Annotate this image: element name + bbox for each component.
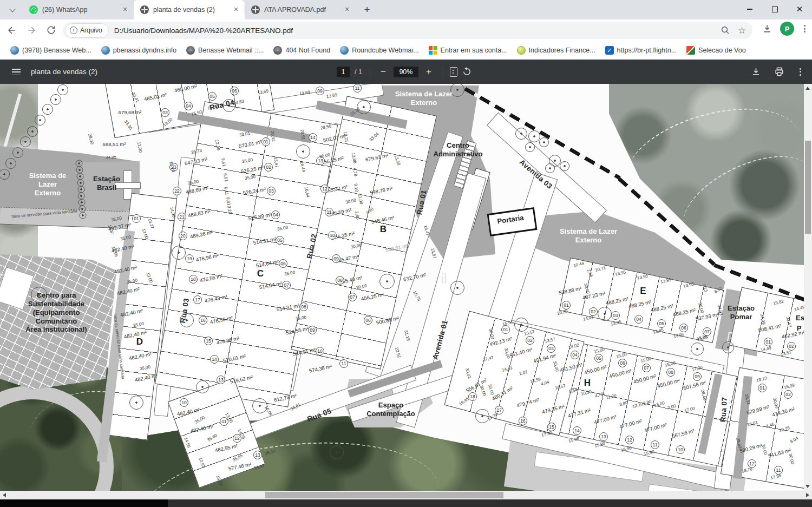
tree-marker: [27, 126, 38, 137]
url-text[interactable]: D:/Usuario/Downloads/MAPA%20-%20ARTESANO…: [114, 27, 293, 35]
pdf-page-controls: 1 / 1 − 90% +: [337, 60, 472, 84]
bookmark-globe-icon: [273, 46, 282, 55]
rotate-icon[interactable]: [462, 67, 472, 76]
tab-close-icon[interactable]: ×: [232, 5, 240, 14]
tab-1[interactable]: (26) WhatsApp×: [23, 0, 134, 19]
landmark-label: il: [441, 271, 447, 288]
pdf-toolbar-right: [751, 60, 803, 84]
chevron-down-icon: [9, 6, 15, 12]
lot-number-badge: 10: [180, 398, 188, 407]
dimension-label: 34,85: [106, 155, 116, 160]
zoom-indicator-icon[interactable]: [721, 25, 730, 35]
tab-2[interactable]: planta de vendas (2)×: [134, 0, 245, 19]
bookmark-ms-icon: [429, 46, 437, 55]
lot-number-badge: 07: [282, 281, 291, 289]
lot-number-badge: 18: [189, 275, 198, 284]
tab-3[interactable]: ATA APROVADA.pdf×: [245, 0, 356, 19]
downloads-icon[interactable]: [762, 23, 772, 34]
block-letter: D: [136, 337, 143, 347]
bookmark-item[interactable]: pbenassi.dyndns.info: [96, 44, 181, 56]
back-button[interactable]: [4, 23, 19, 38]
scroll-up-icon[interactable]: [806, 87, 810, 90]
horizontal-scrollbar[interactable]: [0, 491, 812, 499]
bookmark-item[interactable]: Entrar em sua conta...: [424, 44, 512, 56]
dimension-label: 28,30: [87, 133, 95, 145]
lot-number-badge: 11: [353, 84, 362, 93]
zoom-in-button[interactable]: +: [423, 67, 434, 77]
tree-marker: [196, 380, 209, 393]
bookmark-drop-icon: [10, 46, 19, 55]
lot-number-badge: 05: [657, 319, 666, 328]
file-scheme-chip[interactable]: i Arquivo: [65, 23, 109, 38]
lot-number-badge: 04: [271, 210, 280, 219]
scroll-right-icon[interactable]: [806, 493, 809, 497]
scroll-left-icon[interactable]: [3, 493, 6, 497]
bookmark-drop-icon: [340, 46, 349, 55]
bookmark-label: pbenassi.dyndns.info: [113, 47, 176, 54]
lot-number-badge: 16: [199, 316, 207, 325]
new-tab-button[interactable]: +: [360, 3, 374, 17]
lot-number-badge: 11: [325, 208, 333, 216]
pdf-menu-button[interactable]: [11, 68, 22, 76]
dimension-label: 22,51: [394, 347, 402, 359]
close-button[interactable]: ✕: [787, 0, 812, 18]
bookmark-item[interactable]: Roundcube Webmai...: [335, 44, 423, 56]
print-icon[interactable]: [774, 67, 784, 77]
bookmark-item[interactable]: (3978) Benasse Web...: [5, 44, 96, 56]
lot-number-badge: 03: [267, 187, 276, 195]
vertical-scrollbar[interactable]: [804, 84, 812, 491]
omnibox-actions: ☆: [721, 25, 746, 35]
bookmark-item[interactable]: Selecao de Voo: [682, 44, 751, 56]
tree-marker: [560, 161, 569, 171]
lot-number-badge: 09: [316, 87, 324, 95]
bookmark-item[interactable]: 404 Not Found: [269, 44, 335, 56]
landmark-label: Sistema de Lazer Externo: [29, 172, 67, 197]
lot-number-badge: 01: [758, 384, 767, 392]
tree-marker: [50, 94, 61, 105]
toolbar-right: P: [762, 22, 808, 36]
lot-number-badge: 20: [179, 232, 187, 240]
lot-number-badge: 13: [599, 432, 608, 441]
bookmark-item[interactable]: Indicadores Finance...: [512, 44, 600, 56]
profile-avatar[interactable]: P: [780, 22, 794, 36]
lot-number-badge: 04: [184, 102, 193, 110]
lot-number-badge: 10: [676, 445, 685, 454]
address-bar[interactable]: i Arquivo D:/Usuario/Downloads/MAPA%20-%…: [63, 22, 752, 39]
tree-marker: [515, 128, 527, 140]
tab-close-icon[interactable]: ×: [343, 5, 351, 14]
maximize-button[interactable]: [762, 0, 787, 18]
bookmark-label: https://br-pt.flightn...: [617, 47, 677, 54]
tab-search-button[interactable]: [5, 3, 19, 17]
landmark-label: Es: [796, 314, 804, 322]
lot-number-badge: 22: [173, 187, 181, 195]
fit-to-page-icon[interactable]: [450, 67, 457, 77]
download-icon[interactable]: [751, 67, 761, 77]
lot-number-badge: 07: [642, 364, 651, 372]
bookmark-item[interactable]: ✓https://br-pt.flightn...: [600, 44, 682, 56]
lot-number-badge: 08: [336, 276, 344, 285]
lot-number-badge: 09: [332, 254, 340, 263]
tree-marker: [330, 445, 344, 459]
bookmark-item[interactable]: Benasse Webmail ::...: [181, 44, 269, 56]
page-number-input[interactable]: 1: [337, 67, 350, 77]
reload-button[interactable]: [43, 23, 58, 38]
info-icon: i: [70, 27, 77, 34]
horizontal-scrollbar-thumb[interactable]: [265, 492, 503, 498]
lot-number-badge: 08: [666, 368, 675, 377]
vertical-scrollbar-thumb[interactable]: [805, 141, 811, 234]
tab-close-icon[interactable]: ×: [121, 5, 129, 14]
browser-menu-button[interactable]: [802, 23, 808, 35]
zoom-level-input[interactable]: 90%: [394, 67, 418, 77]
minimize-button[interactable]: [737, 0, 762, 18]
bookmark-star-icon[interactable]: ☆: [738, 26, 746, 35]
tab-strip: (26) WhatsApp×planta de vendas (2)×ATA A…: [23, 0, 356, 19]
pdf-more-options-button[interactable]: [797, 66, 803, 78]
zoom-out-button[interactable]: −: [378, 67, 389, 77]
bookmark-label: Roundcube Webmai...: [352, 47, 418, 54]
tab-label: ATA APROVADA.pdf: [264, 6, 338, 14]
lot-number-badge: 14: [309, 133, 317, 142]
bookmark-flight-icon: [686, 46, 695, 55]
dimension-label: 13,57: [430, 247, 437, 259]
scroll-down-icon[interactable]: [806, 485, 810, 488]
forward-button[interactable]: [24, 23, 39, 38]
